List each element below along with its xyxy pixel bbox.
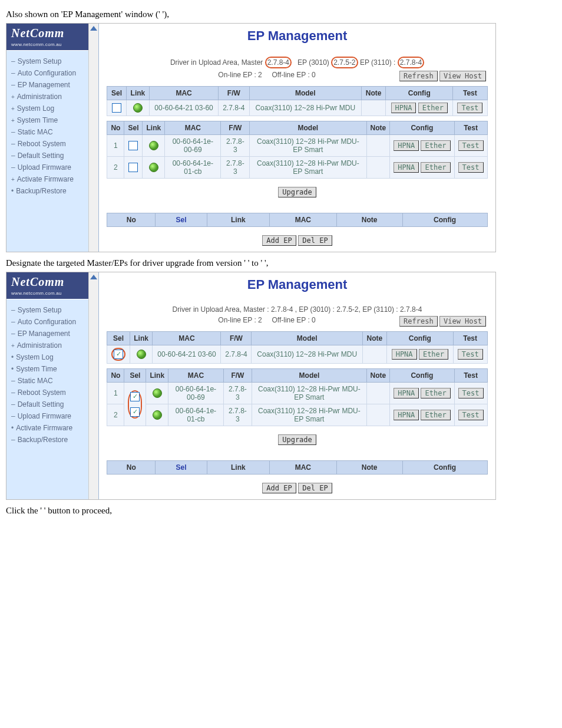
link-status-icon xyxy=(153,410,162,420)
upgrade-button[interactable]: Upgrade xyxy=(278,434,316,445)
highlight-sel-eps xyxy=(128,390,142,419)
title-divider xyxy=(99,296,495,298)
sidebar-item-auto-config[interactable]: Auto Configuration xyxy=(10,67,91,79)
th-fw: F/W xyxy=(223,369,252,383)
hpna-button[interactable]: HPNA xyxy=(394,140,419,151)
test-button[interactable]: Test xyxy=(458,162,484,173)
sidebar-item-backup-restore[interactable]: Backup/Restore xyxy=(10,434,91,446)
hpna-button[interactable]: HPNA xyxy=(394,388,419,398)
th-sel: Sel xyxy=(124,369,146,383)
ether-button[interactable]: Ether xyxy=(418,103,448,113)
sel-checkbox-ep2[interactable] xyxy=(130,407,140,417)
ep-management-panel-2: NetComm www.netcomm.com.au System Setup … xyxy=(6,272,496,500)
master-table: Sel Link MAC F/W Model Note Config Test … xyxy=(107,86,487,116)
master-note xyxy=(361,100,385,116)
divider xyxy=(99,207,495,209)
sidebar-item-backup-restore[interactable]: Backup/Restore xyxy=(10,185,91,197)
sidebar-item-system-log[interactable]: System Log xyxy=(10,103,91,114)
sidebar-item-system-time[interactable]: System Time xyxy=(10,114,91,126)
th-no: No xyxy=(107,213,156,227)
sidebar-item-default[interactable]: Default Setting xyxy=(10,150,91,162)
sidebar-item-ep-management[interactable]: EP Management xyxy=(10,328,91,340)
sel-checkbox-ep1[interactable] xyxy=(130,392,140,401)
sidebar-item-activate-fw[interactable]: Activate Firmware xyxy=(10,422,91,434)
th-link: Link xyxy=(207,213,269,227)
sidebar-item-system-setup[interactable]: System Setup xyxy=(10,304,91,316)
del-ep-button[interactable]: Del EP xyxy=(298,235,332,246)
sel-checkbox-master[interactable] xyxy=(114,350,123,359)
del-ep-button[interactable]: Del EP xyxy=(298,483,332,493)
sel-checkbox-master[interactable] xyxy=(112,103,121,113)
refresh-button[interactable]: Refresh xyxy=(399,316,438,327)
sidebar-scrollbar[interactable] xyxy=(88,24,98,252)
sel-checkbox-ep2[interactable] xyxy=(128,163,138,172)
test-button[interactable]: Test xyxy=(458,388,484,398)
th-no: No xyxy=(107,369,124,383)
th-link: Link xyxy=(126,87,149,100)
sidebar-item-static-mac[interactable]: Static MAC xyxy=(10,126,91,138)
master-mac: 00-60-64-21 03-60 xyxy=(150,100,219,116)
ep1-fw: 2.7.8-3 xyxy=(221,135,250,157)
ether-button[interactable]: Ether xyxy=(421,410,450,420)
view-host-button[interactable]: View Host xyxy=(439,316,486,327)
offline-table: No Sel Link MAC Note Config xyxy=(107,460,487,475)
th-fw: F/W xyxy=(219,87,249,100)
th-no: No xyxy=(107,461,156,475)
doc-line3-post: ' button to proceed, xyxy=(44,506,112,515)
th-model: Model xyxy=(250,121,366,135)
ether-button[interactable]: Ether xyxy=(421,388,450,398)
ep-row-2: 2 00-60-64-1e-01-cb 2.7.8-3 Coax(3110) 1… xyxy=(107,404,487,426)
doc-line1-post: '), xyxy=(162,9,168,19)
test-button[interactable]: Test xyxy=(458,410,484,420)
th-link: Link xyxy=(146,369,168,383)
ep2-mac: 00-60-64-1e-01-cb xyxy=(165,157,221,179)
sidebar-scrollbar[interactable] xyxy=(88,272,98,499)
master-note xyxy=(362,345,386,364)
sidebar-item-system-setup[interactable]: System Setup xyxy=(10,55,91,67)
ep1-model: Coax(3110) 12~28 Hi-Pwr MDU-EP Smart xyxy=(252,383,366,404)
th-test: Test xyxy=(454,121,487,135)
ether-button[interactable]: Ether xyxy=(421,162,450,173)
sidebar-item-system-time[interactable]: System Time xyxy=(10,363,91,375)
th-link: Link xyxy=(143,121,165,135)
sidebar-item-administration[interactable]: Administration xyxy=(10,91,91,103)
test-button[interactable]: Test xyxy=(458,349,483,360)
hpna-button[interactable]: HPNA xyxy=(392,349,417,360)
test-button[interactable]: Test xyxy=(458,140,484,151)
hpna-button[interactable]: HPNA xyxy=(394,162,419,173)
test-button[interactable]: Test xyxy=(457,103,482,113)
th-sel: Sel xyxy=(107,87,126,100)
link-status-icon xyxy=(149,141,158,150)
hpna-button[interactable]: HPNA xyxy=(394,410,419,420)
refresh-button[interactable]: Refresh xyxy=(399,71,438,81)
add-ep-button[interactable]: Add EP xyxy=(262,235,296,246)
sidebar-item-activate-fw[interactable]: Activate Firmware xyxy=(10,173,91,185)
sidebar-item-system-log[interactable]: System Log xyxy=(10,351,91,363)
sidebar-item-static-mac[interactable]: Static MAC xyxy=(10,375,91,387)
driver-upload-line: Driver in Upload Area, Master : 2.7.8-4 … xyxy=(99,303,495,315)
add-ep-button[interactable]: Add EP xyxy=(262,483,296,493)
th-config: Config xyxy=(402,213,487,227)
ep2-mac: 00-60-64-1e-01-cb xyxy=(168,404,224,426)
sidebar-item-reboot[interactable]: Reboot System xyxy=(10,387,91,398)
upgrade-button[interactable]: Upgrade xyxy=(278,187,316,197)
th-test: Test xyxy=(453,87,487,100)
sidebar: NetComm www.netcomm.com.au System Setup … xyxy=(6,272,99,499)
sidebar-item-administration[interactable]: Administration xyxy=(10,340,91,351)
sidebar-item-reboot[interactable]: Reboot System xyxy=(10,138,91,150)
ep-table: No Sel Link MAC F/W Model Note Config Te… xyxy=(107,368,487,426)
link-status-icon xyxy=(133,103,143,113)
sidebar-item-default[interactable]: Default Setting xyxy=(10,398,91,410)
view-host-button[interactable]: View Host xyxy=(439,71,486,81)
th-sel: Sel xyxy=(107,332,130,345)
logo-url: www.netcomm.com.au xyxy=(11,42,62,47)
sidebar-item-upload-fw[interactable]: Upload Firmware xyxy=(10,410,91,422)
ether-button[interactable]: Ether xyxy=(419,349,448,360)
hpna-button[interactable]: HPNA xyxy=(391,103,416,113)
ether-button[interactable]: Ether xyxy=(421,140,450,151)
highlight-ep3110-ver: 2.7.8-4 xyxy=(398,57,424,68)
sidebar-item-upload-fw[interactable]: Upload Firmware xyxy=(10,162,91,173)
sidebar-item-ep-management[interactable]: EP Management xyxy=(10,79,91,91)
sidebar-item-auto-config[interactable]: Auto Configuration xyxy=(10,316,91,328)
sel-checkbox-ep1[interactable] xyxy=(128,141,138,150)
